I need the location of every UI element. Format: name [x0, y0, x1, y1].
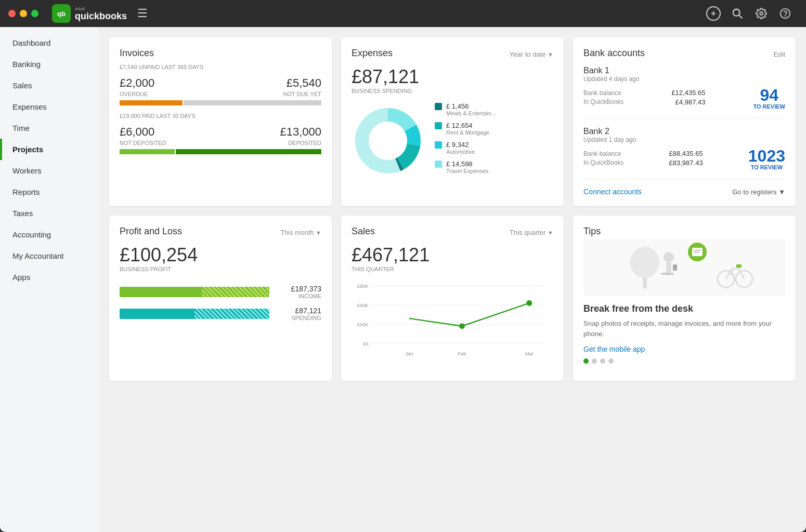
sidebar-item-accounting[interactable]: Accounting	[0, 224, 99, 245]
invoices-overdue-label: OVERDUE	[120, 91, 154, 97]
expenses-header: Expenses Year to date ▼	[352, 48, 553, 61]
close-button[interactable]	[8, 10, 16, 17]
svg-rect-32	[673, 264, 677, 271]
sales-header: Sales This quarter ▼	[352, 226, 553, 239]
sidebar-item-dashboard[interactable]: Dashboard	[0, 32, 99, 54]
go-registers-link[interactable]: Go to registers ▼	[732, 188, 785, 196]
invoices-card: Invoices £7,540 UNPAID LAST 365 DAYS £2,…	[109, 37, 332, 206]
pnl-spending-values: £87,121 SPENDING	[275, 307, 321, 321]
search-icon[interactable]	[730, 6, 745, 21]
legend-item-3: £ 9,342 Automotive	[435, 141, 553, 155]
svg-point-25	[459, 323, 465, 329]
invoices-paid-meta: £19,000 PAID LAST 30 DAYS	[120, 113, 321, 119]
sales-period[interactable]: This quarter ▼	[510, 229, 553, 236]
tips-dots	[583, 358, 785, 364]
invoices-deposited-amount: £13,000	[280, 125, 321, 139]
bank2-review-num: 1023	[748, 148, 785, 164]
help-icon[interactable]	[778, 6, 792, 21]
topnav-left: qb intuit quickbooks ☰	[52, 4, 148, 23]
sidebar-item-myaccountant[interactable]: My Accountant	[0, 245, 99, 267]
bank1-bal-values: £12,435.65 £4,987.43	[671, 89, 705, 108]
sidebar-item-projects[interactable]: Projects	[0, 139, 99, 160]
add-button[interactable]: +	[706, 6, 721, 21]
legend-name-1: Meals & Entertain...	[446, 110, 496, 116]
expenses-card: Expenses Year to date ▼ £87,121 BUSINESS…	[341, 37, 564, 206]
sidebar-item-apps[interactable]: Apps	[0, 267, 99, 288]
hamburger-menu[interactable]: ☰	[137, 7, 148, 20]
invoices-overdue-amount: £2,000	[120, 76, 154, 90]
svg-rect-31	[661, 273, 674, 275]
pnl-income-bar	[120, 287, 269, 297]
bank2-updated: Updated 1 day ago	[583, 136, 785, 143]
sidebar-item-taxes[interactable]: Taxes	[0, 203, 99, 224]
legend-dot-4	[435, 161, 442, 168]
tips-card: Tips	[573, 216, 796, 381]
pnl-title: Profit and Loss	[120, 226, 182, 237]
sales-amount: £467,121	[352, 244, 553, 266]
legend-val-1: £ 1,456	[446, 102, 496, 110]
sales-label: THIS QUARTER	[352, 266, 553, 272]
sidebar-item-workers[interactable]: Workers	[0, 160, 99, 181]
bank-header: Bank accounts Edit	[583, 48, 785, 61]
legend-name-4: Travel Expenses	[446, 168, 489, 174]
pnl-income-values: £187,373 INCOME	[275, 285, 321, 299]
invoices-bar1	[120, 100, 321, 105]
invoices-notdeposited-amount: £6,000	[120, 125, 166, 139]
tips-illustration	[583, 239, 785, 296]
pnl-amount: £100,254	[120, 244, 321, 266]
tips-dot-3[interactable]	[600, 358, 605, 364]
bank2-review-label: TO REVIEW	[748, 164, 785, 170]
invoices-notdue-label: NOT DUE YET	[283, 91, 321, 97]
invoices-bar2	[120, 149, 321, 154]
tips-heading: Break free from the desk	[583, 303, 785, 314]
bank1-review[interactable]: 94 TO REVIEW	[753, 87, 785, 110]
pnl-label: BUSINESS PROFIT	[120, 266, 321, 272]
window-controls	[8, 10, 38, 17]
svg-text:£60K: £60K	[357, 284, 369, 289]
sidebar-item-reports[interactable]: Reports	[0, 181, 99, 203]
minimize-button[interactable]	[20, 10, 27, 17]
sidebar-item-banking[interactable]: Banking	[0, 54, 99, 75]
bank1-review-num: 94	[753, 87, 785, 103]
brand-text: quickbooks	[75, 11, 127, 21]
svg-point-4	[760, 12, 763, 15]
sales-card: Sales This quarter ▼ £467,121 THIS QUART…	[341, 216, 564, 381]
bank1-item: Bank 1 Updated 4 days ago Bank balance I…	[583, 66, 785, 118]
invoices-deposited-label: DEPOSITED	[280, 140, 321, 146]
get-mobile-app-link[interactable]: Get the mobile app	[583, 345, 785, 353]
tips-dot-1[interactable]	[583, 358, 589, 364]
bank-edit[interactable]: Edit	[774, 50, 785, 58]
sidebar-item-sales[interactable]: Sales	[0, 75, 99, 96]
tips-dot-2[interactable]	[592, 358, 597, 364]
topnav-right: +	[706, 6, 792, 21]
legend-val-4: £ 14,598	[446, 160, 489, 168]
svg-point-26	[526, 300, 532, 306]
svg-rect-41	[736, 264, 742, 268]
pnl-spending-row: £87,121 SPENDING	[120, 307, 321, 321]
legend-item-2: £ 12,654 Rent & Mortgage	[435, 122, 553, 136]
connect-accounts-link[interactable]: Connect accounts	[583, 188, 642, 196]
pnl-period[interactable]: This month ▼	[280, 229, 321, 236]
content-area: Invoices £7,540 UNPAID LAST 365 DAYS £2,…	[99, 27, 806, 532]
bank1-balances: Bank balance In QuickBooks £12,435.65 £4…	[583, 87, 785, 110]
tips-dot-4[interactable]	[608, 358, 614, 364]
bank2-review[interactable]: 1023 TO REVIEW	[748, 148, 785, 170]
expenses-donut	[352, 104, 424, 177]
svg-text:£40K: £40K	[357, 303, 369, 308]
bank1-name: Bank 1	[583, 66, 785, 75]
invoices-notdue-amount: £5,540	[283, 76, 321, 90]
maximize-button[interactable]	[31, 10, 38, 17]
bank2-balances: Bank balance In QuickBooks £88,435.65 £8…	[583, 148, 785, 170]
sidebar-item-expenses[interactable]: Expenses	[0, 96, 99, 117]
bank2-item: Bank 2 Updated 1 day ago Bank balance In…	[583, 127, 785, 179]
logo-text: intuit quickbooks	[75, 7, 127, 21]
settings-icon[interactable]	[754, 6, 769, 21]
svg-point-28	[630, 247, 659, 278]
sidebar-item-time[interactable]: Time	[0, 117, 99, 139]
svg-text:£0: £0	[363, 341, 368, 347]
tips-title: Tips	[583, 226, 785, 237]
sidebar: Dashboard Banking Sales Expenses Time Pr…	[0, 27, 99, 532]
svg-point-29	[664, 252, 674, 262]
bank-accounts-card: Bank accounts Edit Bank 1 Updated 4 days…	[573, 37, 796, 206]
expenses-period[interactable]: Year to date ▼	[510, 50, 553, 58]
